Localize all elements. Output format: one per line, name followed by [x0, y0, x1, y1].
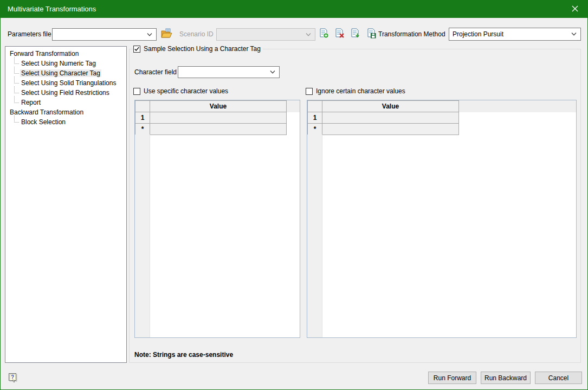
scenario-add-button[interactable] — [318, 29, 329, 40]
document-download-icon — [350, 28, 360, 40]
window-title: Multivariate Transformations — [8, 1, 96, 18]
run-backward-button[interactable]: Run Backward — [481, 372, 531, 384]
open-file-button[interactable] — [161, 29, 172, 40]
scenario-id-combobox — [216, 28, 315, 41]
row-header[interactable]: 1 — [307, 112, 322, 124]
use-specific-values-checkbox[interactable]: Use specific character values — [133, 87, 230, 95]
row-header[interactable]: 1 — [135, 112, 150, 124]
tree-item-block-selection[interactable]: Block Selection — [5, 117, 126, 127]
character-field-combobox[interactable] — [178, 66, 280, 78]
scenario-id-label: Scenario ID — [179, 28, 214, 41]
row-header[interactable]: * — [135, 123, 150, 135]
character-field-label: Character field — [134, 66, 177, 78]
cancel-button[interactable]: Cancel — [535, 372, 582, 384]
value-column-header: Value — [150, 100, 287, 112]
document-delete-icon — [334, 28, 345, 40]
grid-corner-cell — [135, 100, 150, 112]
tree-item-report[interactable]: Report — [5, 98, 126, 107]
character-field-value — [182, 67, 267, 78]
document-add-icon — [319, 28, 329, 40]
use-values-grid: Value 1 * — [134, 100, 300, 338]
svg-text:?: ? — [11, 374, 14, 380]
scenario-save-button[interactable] — [366, 29, 377, 40]
ignore-values-checkbox[interactable]: Ignore certain character values — [306, 87, 408, 95]
tree-item-backward-transformation[interactable]: Backward Transformation — [5, 107, 126, 117]
scenario-id-value — [220, 29, 303, 40]
value-cell[interactable] — [150, 123, 287, 135]
close-icon — [572, 5, 578, 14]
grid-corner-cell — [307, 100, 322, 112]
tree-item-select-using-character-tag[interactable]: Select Using Character Tag — [5, 68, 126, 78]
checkbox-checked-icon — [133, 46, 140, 53]
parameters-file-label: Parameters file — [8, 28, 51, 41]
use-specific-values-label: Use specific character values — [144, 87, 228, 95]
open-folder-icon — [161, 28, 172, 40]
value-cell[interactable] — [150, 112, 287, 124]
transformation-method-combobox[interactable]: Projection Pursuit — [449, 28, 581, 41]
scenario-delete-button[interactable] — [334, 29, 345, 40]
row-header-gutter — [135, 135, 150, 337]
tree-item-forward-transformation[interactable]: Forward Transformation — [5, 49, 126, 59]
chevron-down-icon — [270, 71, 275, 74]
checkbox-unchecked-icon — [306, 88, 313, 95]
ignore-values-label: Ignore certain character values — [316, 87, 405, 95]
navigation-tree: Forward Transformation Select Using Nume… — [5, 46, 127, 363]
case-sensitive-note: Note: Strings are case-sensitive — [134, 351, 233, 359]
chevron-down-icon — [306, 33, 311, 36]
sample-selection-label: Sample Selection Using a Character Tag — [144, 45, 261, 53]
sample-selection-checkbox[interactable]: Sample Selection Using a Character Tag — [133, 45, 263, 53]
transformation-method-value: Projection Pursuit — [453, 28, 568, 40]
checkbox-unchecked-icon — [133, 88, 140, 95]
value-column-header: Value — [322, 100, 459, 112]
chevron-down-icon — [571, 33, 577, 36]
run-forward-button[interactable]: Run Forward — [428, 372, 476, 384]
tree-item-select-using-solid-triangulations[interactable]: Select Using Solid Triangulations — [5, 78, 126, 88]
tree-item-select-using-field-restrictions[interactable]: Select Using Field Restrictions — [5, 88, 126, 98]
value-cell[interactable] — [322, 112, 459, 124]
document-save-icon — [366, 28, 377, 40]
tree-item-select-using-numeric-tag[interactable]: Select Using Numeric Tag — [5, 59, 126, 68]
value-cell[interactable] — [322, 123, 459, 135]
row-header[interactable]: * — [307, 123, 322, 135]
transformation-method-label: Transformation Method — [378, 28, 445, 41]
ignore-values-grid: Value 1 * — [307, 100, 577, 338]
chevron-down-icon — [147, 33, 152, 36]
parameters-file-value — [56, 29, 144, 40]
title-bar: Multivariate Transformations — [1, 1, 587, 18]
scenario-load-button[interactable] — [350, 29, 360, 40]
help-balloon-icon: ? — [8, 378, 17, 385]
parameters-file-combobox[interactable] — [52, 28, 157, 41]
dialog-multivariate-transformations: Multivariate Transformations Parameters … — [0, 0, 588, 390]
close-button[interactable] — [563, 1, 587, 18]
help-button[interactable]: ? — [8, 373, 17, 385]
row-header-gutter — [307, 135, 322, 337]
